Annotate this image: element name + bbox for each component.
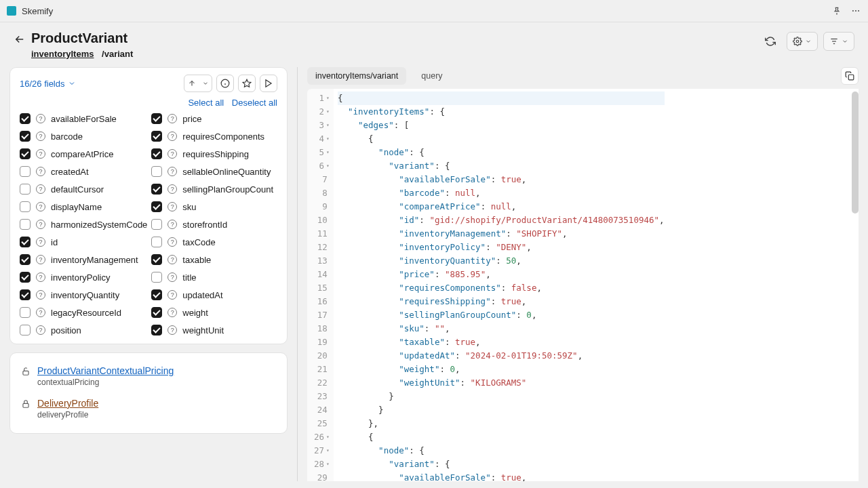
field-checkbox[interactable] (20, 201, 31, 212)
field-checkbox[interactable] (20, 289, 31, 300)
back-button[interactable] (14, 33, 26, 45)
field-name: inventoryManagement (51, 255, 138, 265)
breadcrumb: inventoryItems /variant (31, 49, 760, 59)
field-row: ? weightUnit (151, 325, 277, 336)
help-icon[interactable]: ? (167, 131, 177, 141)
field-row: ? storefrontId (151, 219, 277, 230)
field-checkbox[interactable] (20, 272, 31, 283)
field-row: ? inventoryQuantity (20, 289, 147, 300)
field-checkbox[interactable] (20, 184, 31, 195)
help-icon[interactable]: ? (167, 237, 177, 247)
field-checkbox[interactable] (20, 307, 31, 318)
field-row: ? barcode (20, 131, 147, 142)
help-icon[interactable]: ? (167, 184, 177, 194)
field-row: ? createdAt (20, 166, 147, 177)
field-checkbox[interactable] (151, 237, 162, 247)
help-icon[interactable]: ? (36, 114, 45, 123)
field-checkbox[interactable] (151, 219, 162, 230)
field-row: ? inventoryPolicy (20, 272, 147, 283)
field-checkbox[interactable] (20, 148, 31, 159)
field-checkbox[interactable] (20, 254, 31, 265)
copy-button[interactable] (841, 67, 859, 85)
info-button[interactable] (216, 75, 234, 92)
field-checkbox[interactable] (151, 289, 162, 300)
help-icon[interactable]: ? (167, 167, 177, 176)
help-icon[interactable]: ? (167, 272, 177, 282)
star-button[interactable] (238, 75, 256, 92)
help-icon[interactable]: ? (36, 272, 45, 282)
field-checkbox[interactable] (20, 166, 31, 177)
field-name: sellableOnlineQuantity (182, 167, 271, 177)
help-icon[interactable]: ? (167, 325, 177, 335)
field-row: ? sku (151, 201, 277, 212)
fields-panel: 16/26 fields Select al (9, 67, 288, 344)
help-icon[interactable]: ? (167, 255, 177, 264)
scrollbar[interactable] (852, 92, 859, 214)
field-checkbox[interactable] (20, 131, 31, 142)
help-icon[interactable]: ? (36, 255, 45, 264)
more-icon[interactable] (850, 5, 861, 16)
field-checkbox[interactable] (151, 254, 162, 265)
fields-count-label: 16/26 fields (20, 79, 65, 89)
help-icon[interactable]: ? (167, 202, 177, 211)
fields-count-dropdown[interactable]: 16/26 fields (20, 79, 76, 89)
code-editor[interactable]: 1▾2▾3▾4▾5▾6▾7 8 9 10 11 12 13 14 15 16 1… (307, 89, 859, 481)
help-icon[interactable]: ? (36, 220, 45, 229)
field-checkbox[interactable] (151, 184, 162, 195)
field-checkbox[interactable] (151, 325, 162, 336)
help-icon[interactable]: ? (36, 290, 45, 300)
pin-icon[interactable] (831, 5, 842, 16)
filter-button[interactable] (823, 32, 854, 51)
relation-type[interactable]: DeliveryProfile (37, 398, 98, 409)
help-icon[interactable]: ? (167, 114, 177, 123)
field-checkbox[interactable] (151, 131, 162, 142)
help-icon[interactable]: ? (36, 131, 45, 141)
relation-type[interactable]: ProductVariantContextualPricing (37, 365, 174, 376)
help-icon[interactable]: ? (36, 202, 45, 211)
help-icon[interactable]: ? (167, 290, 177, 300)
svg-point-3 (796, 40, 799, 43)
help-icon[interactable]: ? (167, 149, 177, 159)
field-row: ? requiresComponents (151, 131, 277, 142)
relation-row: ProductVariantContextualPricing contextu… (20, 360, 277, 392)
help-icon[interactable]: ? (36, 184, 45, 194)
help-icon[interactable]: ? (36, 149, 45, 159)
field-checkbox[interactable] (151, 272, 162, 283)
run-button[interactable] (260, 75, 277, 92)
field-checkbox[interactable] (151, 166, 162, 177)
deselect-all-link[interactable]: Deselect all (232, 98, 277, 108)
help-icon[interactable]: ? (167, 308, 177, 317)
field-checkbox[interactable] (151, 148, 162, 159)
tab-query[interactable]: query (413, 67, 450, 85)
export-button[interactable] (184, 75, 212, 92)
field-checkbox[interactable] (151, 201, 162, 212)
help-icon[interactable]: ? (36, 237, 45, 247)
breadcrumb-link[interactable]: inventoryItems (31, 49, 94, 59)
field-checkbox[interactable] (20, 219, 31, 230)
relations-panel: ProductVariantContextualPricing contextu… (9, 352, 288, 434)
field-row: ? price (151, 113, 277, 124)
svg-rect-12 (23, 371, 28, 375)
field-name: title (182, 272, 196, 283)
refresh-button[interactable] (760, 32, 781, 51)
field-checkbox[interactable] (20, 325, 31, 336)
field-checkbox[interactable] (151, 113, 162, 124)
breadcrumb-current: /variant (102, 49, 133, 59)
field-name: harmonizedSystemCode (51, 220, 147, 230)
field-name: position (51, 325, 81, 336)
tab-result[interactable]: inventoryItems/variant (307, 67, 406, 85)
help-icon[interactable]: ? (167, 220, 177, 229)
field-checkbox[interactable] (20, 113, 31, 124)
field-name: legacyResourceId (51, 308, 121, 318)
field-checkbox[interactable] (20, 237, 31, 247)
help-icon[interactable]: ? (36, 167, 45, 176)
field-row: ? sellingPlanGroupCount (151, 184, 277, 195)
field-checkbox[interactable] (151, 307, 162, 318)
editor-tabs: inventoryItems/variant query (307, 67, 859, 85)
select-all-link[interactable]: Select all (188, 98, 224, 108)
field-row: ? inventoryManagement (20, 254, 147, 265)
help-icon[interactable]: ? (36, 325, 45, 335)
field-name: inventoryQuantity (51, 290, 119, 300)
help-icon[interactable]: ? (36, 308, 45, 317)
settings-button[interactable] (787, 32, 818, 51)
